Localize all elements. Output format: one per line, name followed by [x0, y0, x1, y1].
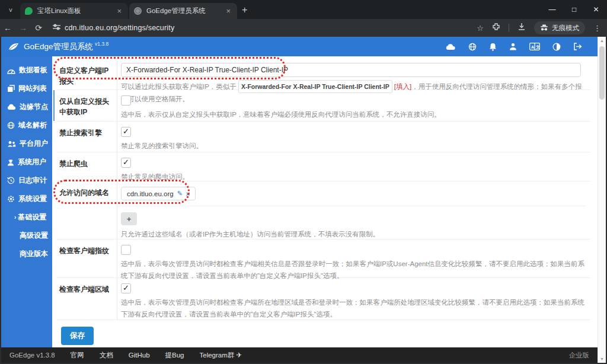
reload-button[interactable]: ⟳: [31, 23, 46, 33]
close-window-button[interactable]: ✕: [585, 0, 607, 19]
users-icon: [7, 141, 16, 147]
forward-button[interactable]: →: [15, 23, 31, 33]
download-icon[interactable]: [517, 23, 526, 33]
paper-plane-icon: ✈: [237, 352, 242, 359]
footer-link-telegram[interactable]: Telegram群 ✈: [200, 351, 242, 360]
field-help: 选中后，表示仅从自定义报头中获取IP，意味着客户端必须使用反向代理访问当前系统，…: [121, 108, 586, 120]
field-label: 禁止搜索引擎: [57, 122, 117, 152]
form-row-custom-ip-header: 自定义客户端IP报头 可以通过此报头获取客户端IP，类似于X-Forwarded…: [57, 59, 590, 90]
globe-icon: [7, 122, 15, 129]
back-button[interactable]: ←: [0, 23, 15, 33]
field-label: 仅从自定义报头中获取IP: [57, 90, 117, 121]
form-row-allowed-domains: 允许访问的域名 cdn.itluo.eu.org ✎ × + 只允许通过这些域名…: [57, 181, 590, 240]
sidebar-item-dashboard[interactable]: 数据看板: [1, 61, 52, 79]
tab-baota-panel[interactable]: 宝塔Linux面板 ×: [20, 3, 128, 19]
footer-enterprise-label[interactable]: 企业版: [569, 351, 590, 360]
check-fingerprint-checkbox[interactable]: [121, 245, 131, 255]
baota-favicon: [25, 7, 33, 15]
globe-icon[interactable]: [468, 43, 477, 51]
tab-title: GoEdge管理员系统: [146, 7, 224, 15]
check-region-checkbox[interactable]: [121, 283, 131, 293]
app-footer: GoEdge v1.3.8 官网 文档 GitHub 提Bug Telegram…: [1, 347, 598, 363]
save-button[interactable]: 保存: [61, 327, 94, 345]
scroll-up-arrow[interactable]: ▲: [598, 37, 606, 44]
edit-pencil-icon[interactable]: ✎: [177, 190, 183, 197]
window-controls: — □ ✕: [541, 0, 607, 19]
field-label: 禁止爬虫: [57, 152, 117, 181]
gear-icon: [7, 195, 15, 203]
field-help: 禁止常见的搜索引擎访问。: [121, 140, 586, 152]
footer-link-website[interactable]: 官网: [71, 351, 84, 360]
history-icon: [7, 177, 15, 184]
browser-menu-icon[interactable]: ⋮: [593, 24, 601, 33]
bookmark-star-icon[interactable]: ☆: [477, 24, 484, 33]
language-translate-icon[interactable]: A文: [529, 43, 540, 50]
minimize-button[interactable]: —: [541, 0, 563, 19]
field-help: 选中后，表示每次管理员访问时都检查客户端所在地理区域是否和登录时一致；如果客户端…: [121, 296, 586, 320]
sidebar-item-dns[interactable]: 域名解析: [1, 116, 52, 135]
form-row-block-search-engines: 禁止搜索引擎 禁止常见的搜索引擎访问。: [57, 122, 590, 152]
site-settings-icon[interactable]: [52, 23, 61, 34]
incognito-badge[interactable]: 无痕模式: [534, 21, 585, 34]
tab-close-icon[interactable]: ×: [115, 7, 123, 15]
sidebar-subitem-basic-settings[interactable]: ›基础设置: [1, 208, 52, 226]
cloud-status-icon[interactable]: [446, 43, 456, 50]
footer-link-github[interactable]: GitHub: [129, 352, 150, 359]
theme-contrast-icon[interactable]: [552, 43, 561, 51]
sidebar-subitem-commercial[interactable]: 商业版本: [1, 245, 52, 263]
user-profile-icon[interactable]: [509, 43, 517, 50]
row-accent-line: [53, 90, 55, 121]
domain-tag-chip[interactable]: cdn.itluo.eu.org ✎ ×: [121, 187, 196, 200]
browser-toolbar: ← → ⟳ cdn.itluo.eu.org/settings/security…: [0, 19, 607, 37]
app-title: GoEdge管理员系统v1.3.8: [24, 41, 108, 52]
incognito-icon: [540, 24, 548, 31]
sidebar-item-system-users[interactable]: 系统用户: [1, 153, 52, 171]
field-label: 自定义客户端IP报头: [57, 59, 117, 90]
sidebar-item-platform-users[interactable]: 平台用户: [1, 135, 52, 153]
url-bar[interactable]: cdn.itluo.eu.org/settings/security: [65, 24, 174, 32]
notification-bell-icon[interactable]: [489, 43, 497, 51]
sidebar-item-edge-nodes[interactable]: 边缘节点: [1, 98, 52, 116]
page-scrollbar[interactable]: ▲ ▼: [598, 37, 606, 363]
chevron-right-icon: ›: [14, 214, 16, 221]
tab-close-icon[interactable]: ×: [224, 7, 232, 15]
custom-ip-header-input[interactable]: [121, 63, 581, 77]
footer-version: GoEdge v1.3.8: [9, 352, 55, 359]
cloud-icon: [7, 104, 16, 110]
admin-user-icon: [7, 159, 14, 166]
footer-link-docs[interactable]: 文档: [100, 351, 113, 360]
globe-favicon: [134, 7, 142, 15]
form-row-check-client-region: 检查客户端区域 选中后，表示每次管理员访问时都检查客户端所在地理区域是否和登录时…: [57, 278, 590, 320]
extensions-icon[interactable]: [492, 23, 500, 33]
maximize-button[interactable]: □: [563, 0, 585, 19]
field-help: 只允许通过这些域名（或者IP作为主机地址）访问当前管理系统，不填表示没有限制。: [121, 228, 586, 240]
svg-text:A: A: [531, 45, 534, 49]
fill-in-link[interactable]: [填入]: [394, 83, 411, 90]
delete-tag-icon[interactable]: ×: [186, 190, 190, 197]
block-search-engines-checkbox[interactable]: [121, 127, 131, 137]
tab-goedge-admin[interactable]: GoEdge管理员系统 ×: [129, 3, 237, 19]
browser-tab-strip: ˅ 宝塔Linux面板 × GoEdge管理员系统 × + — □ ✕: [0, 0, 607, 19]
field-divider: [117, 206, 586, 206]
sidebar-item-websites[interactable]: 网站列表: [1, 79, 52, 98]
sidebar-subitem-advanced-settings[interactable]: 高级设置: [1, 226, 52, 245]
tab-title: 宝塔Linux面板: [37, 7, 115, 15]
gauge-icon: [7, 67, 15, 74]
sidebar-item-audit-log[interactable]: 日志审计: [1, 171, 52, 190]
tab-search-button[interactable]: ˅: [5, 4, 17, 16]
add-domain-button[interactable]: +: [121, 212, 137, 225]
logout-icon[interactable]: [573, 43, 582, 50]
sidebar-item-system-settings[interactable]: 系统设置: [1, 190, 52, 208]
field-label: 检查客户端区域: [57, 278, 117, 320]
block-crawlers-checkbox[interactable]: [121, 158, 131, 168]
app-version: v1.3.8: [95, 41, 108, 47]
scroll-down-arrow[interactable]: ▼: [598, 355, 606, 363]
footer-link-bug[interactable]: 提Bug: [165, 351, 184, 360]
only-custom-header-checkbox[interactable]: [121, 95, 131, 106]
scrollbar-thumb[interactable]: [599, 46, 605, 100]
svg-text:文: 文: [535, 44, 540, 49]
toolbar-divider: [509, 24, 509, 32]
field-label: 允许访问的域名: [57, 181, 117, 239]
new-tab-button[interactable]: +: [242, 5, 247, 15]
settings-security-page: 自定义客户端IP报头 可以通过此报头获取客户端IP，类似于X-Forwarded…: [52, 56, 598, 347]
